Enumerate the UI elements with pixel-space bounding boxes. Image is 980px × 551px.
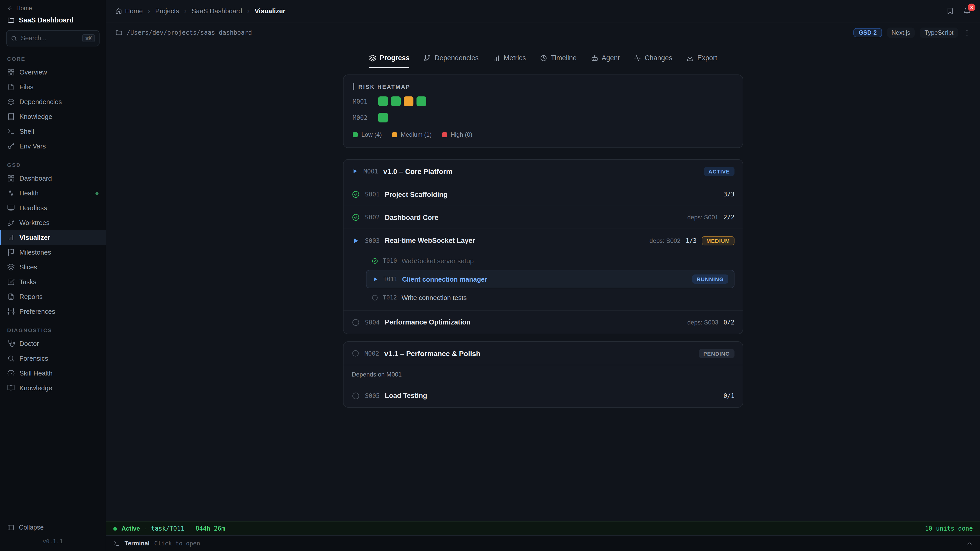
tab-dependencies[interactable]: Dependencies — [424, 54, 479, 68]
breadcrumb-separator: › — [184, 7, 186, 15]
sidebar-item-shell[interactable]: Shell — [0, 124, 106, 139]
sidebar-item-skill-health[interactable]: Skill Health — [0, 366, 106, 381]
task-row-t012[interactable]: T012 Write connection tests — [366, 290, 735, 305]
slice-progress: 2/2 — [724, 214, 735, 221]
task-title: Write connection tests — [401, 294, 466, 301]
tab-agent[interactable]: Agent — [591, 54, 620, 68]
subtask-list: T010 WebSocket server setup T011 Client … — [344, 252, 743, 311]
legend-swatch-low — [353, 132, 358, 137]
tab-metrics[interactable]: Metrics — [493, 54, 526, 68]
milestone-header[interactable]: M001 v1.0 – Core Platform ACTIVE — [344, 160, 743, 183]
play-icon — [352, 237, 360, 245]
sidebar-item-label: Overview — [19, 68, 47, 76]
sidebar-item-dependencies[interactable]: Dependencies — [0, 94, 106, 109]
sidebar-item-env-vars[interactable]: Env Vars — [0, 139, 106, 154]
sidebar-item-knowledge[interactable]: Knowledge — [0, 109, 106, 124]
back-home-link[interactable]: Home — [0, 0, 106, 11]
breadcrumb-saas-dashboard[interactable]: SaaS Dashboard — [192, 7, 242, 15]
tab-progress[interactable]: Progress — [369, 54, 410, 68]
sidebar-item-label: Dashboard — [19, 175, 52, 182]
notifications-button[interactable]: 3 — [963, 7, 971, 15]
slice-row-s005[interactable]: S005 Load Testing 0/1 — [344, 384, 743, 407]
check-circle-icon — [352, 190, 360, 198]
slice-row-s002[interactable]: S002 Dashboard Core deps: S001 2/2 — [344, 206, 743, 229]
header-actions: 3 — [946, 7, 971, 15]
sidebar-item-milestones[interactable]: Milestones — [0, 245, 106, 260]
breadcrumb-home[interactable]: Home — [115, 7, 143, 15]
sidebar-item-forensics[interactable]: Forensics — [0, 351, 106, 366]
slice-row-s001[interactable]: S001 Project Scaffolding 3/3 — [344, 183, 743, 206]
milestone-card-m001: M001 v1.0 – Core Platform ACTIVE S001 Pr… — [343, 159, 743, 334]
play-icon[interactable] — [352, 168, 358, 175]
slice-progress: 0/1 — [724, 392, 735, 399]
kebab-menu-icon — [963, 29, 971, 37]
tab-changes[interactable]: Changes — [634, 54, 672, 68]
git-branch-icon — [7, 219, 15, 227]
app-window: Home SaaS Dashboard ⌘K CORE Overview Fil… — [0, 0, 980, 551]
tab-export[interactable]: Export — [687, 54, 717, 68]
sidebar-item-doctor[interactable]: Doctor — [0, 336, 106, 351]
sidebar-item-label: Reports — [19, 293, 43, 300]
sidebar-item-health[interactable]: Health — [0, 186, 106, 200]
sidebar-item-dashboard[interactable]: Dashboard — [0, 171, 106, 186]
slice-row-s003[interactable]: S003 Real-time WebSocket Layer deps: S00… — [344, 229, 743, 252]
sidebar-item-headless[interactable]: Headless — [0, 200, 106, 215]
bookmark-icon[interactable] — [946, 7, 954, 15]
play-icon — [372, 276, 379, 283]
sidebar-item-slices[interactable]: Slices — [0, 260, 106, 275]
milestone-title: v1.1 – Performance & Polish — [384, 349, 480, 357]
tab-timeline[interactable]: Timeline — [540, 54, 576, 68]
status-units-done: 10 units done — [925, 525, 973, 532]
collapse-sidebar-button[interactable]: Collapse — [0, 520, 106, 535]
sidebar-item-label: Doctor — [19, 340, 39, 348]
slice-id: S002 — [365, 214, 380, 221]
sidebar-item-visualizer[interactable]: Visualizer — [0, 230, 106, 245]
sidebar-item-label: Visualizer — [19, 233, 50, 241]
panel-collapse-icon — [7, 524, 14, 531]
status-current-task[interactable]: task/T011 — [151, 525, 184, 532]
status-bar: Active · task/T011 · 844h 26m 10 units d… — [106, 521, 980, 535]
slice-id: S005 — [365, 392, 380, 399]
search-input[interactable] — [21, 35, 79, 42]
heatmap-cell — [378, 97, 388, 106]
sidebar-item-label: Env Vars — [19, 142, 46, 150]
activity-icon — [7, 189, 15, 197]
sidebar-item-label: Knowledge — [19, 113, 52, 121]
terminal-bar[interactable]: Terminal Click to open — [106, 535, 980, 551]
download-icon — [687, 54, 694, 62]
terminal-expand-button[interactable] — [966, 540, 973, 547]
search-box[interactable]: ⌘K — [6, 30, 100, 46]
file-icon — [7, 83, 15, 91]
status-badge: PENDING — [699, 349, 735, 358]
search-shortcut-kbd: ⌘K — [83, 34, 95, 42]
bot-icon — [591, 54, 598, 62]
section-label-core: CORE — [0, 56, 106, 62]
grid-icon — [7, 68, 15, 76]
task-row-t010[interactable]: T010 WebSocket server setup — [366, 253, 735, 268]
sidebar-item-reports[interactable]: Reports — [0, 289, 106, 304]
sidebar-item-files[interactable]: Files — [0, 79, 106, 94]
legend-item-high: High (0) — [442, 131, 472, 138]
sidebar-item-knowledge-diag[interactable]: Knowledge — [0, 381, 106, 395]
sidebar-item-label: Files — [19, 83, 33, 91]
slice-progress: 3/3 — [724, 191, 735, 198]
clock-icon — [540, 54, 547, 62]
sidebar-item-tasks[interactable]: Tasks — [0, 275, 106, 289]
health-indicator-dot — [95, 192, 99, 195]
task-row-t011[interactable]: T011 Client connection manager RUNNING — [366, 270, 735, 288]
sidebar-item-overview[interactable]: Overview — [0, 65, 106, 79]
sidebar-item-preferences[interactable]: Preferences — [0, 304, 106, 319]
heatmap-cell — [417, 97, 426, 106]
terminal-icon — [113, 540, 120, 547]
heatmap-row-m001: M001 — [353, 97, 733, 106]
breadcrumb-projects[interactable]: Projects — [155, 7, 179, 15]
slice-id: S004 — [365, 319, 380, 326]
chevron-up-icon — [966, 540, 973, 547]
heatmap-cell — [378, 113, 388, 122]
check-circle-icon — [352, 213, 360, 221]
slice-row-s004[interactable]: S004 Performance Optimization deps: S003… — [344, 311, 743, 333]
overflow-menu-button[interactable] — [963, 29, 971, 37]
sidebar-item-worktrees[interactable]: Worktrees — [0, 215, 106, 230]
milestone-header[interactable]: M002 v1.1 – Performance & Polish PENDING — [344, 342, 743, 365]
terminal-label: Terminal — [124, 540, 150, 547]
